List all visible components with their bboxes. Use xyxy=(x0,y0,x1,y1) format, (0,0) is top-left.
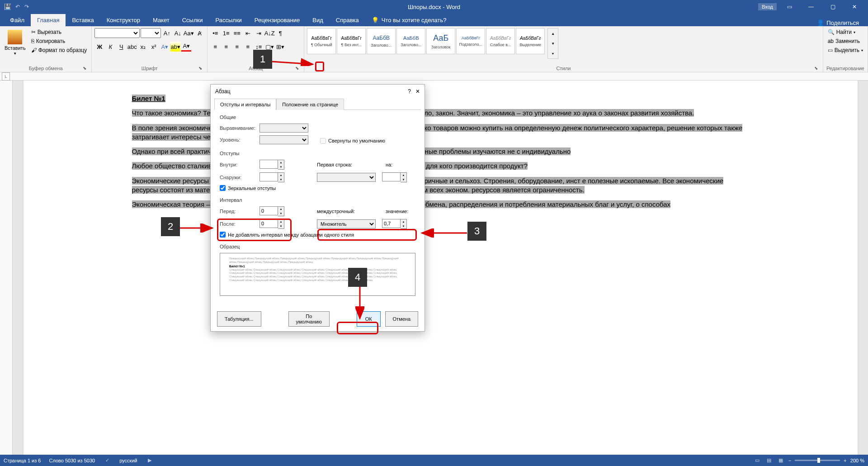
linespacing-select[interactable]: Множитель xyxy=(317,219,376,228)
borders-button[interactable]: ⊞▾ xyxy=(275,42,285,52)
numbering-button[interactable]: 1≡ xyxy=(221,28,231,38)
style-normal[interactable]: АаБбВвГг¶ Обычный xyxy=(307,28,336,54)
grow-font-button[interactable]: A↑ xyxy=(162,28,172,38)
outside-input[interactable] xyxy=(259,172,278,181)
at-input[interactable] xyxy=(382,219,401,228)
zoom-out-icon[interactable]: − xyxy=(788,458,791,463)
zoom-slider[interactable] xyxy=(795,460,840,461)
spin-down-icon[interactable]: ▼ xyxy=(278,224,284,228)
strike-button[interactable]: abc xyxy=(127,42,137,52)
bold-button[interactable]: Ж xyxy=(94,42,104,52)
tabs-button[interactable]: Табуляция... xyxy=(217,311,261,327)
tab-references[interactable]: Ссылки xyxy=(176,14,209,26)
font-launcher-icon[interactable]: ⬊ xyxy=(197,65,203,71)
zoom-in-icon[interactable]: + xyxy=(844,458,846,463)
align-left-button[interactable]: ≡ xyxy=(210,42,220,52)
style-heading1[interactable]: АаБбВЗаголово... xyxy=(367,28,396,54)
text-effects-button[interactable]: A▾ xyxy=(160,42,170,52)
nospace-check[interactable]: Не добавлять интервал между абзацами одн… xyxy=(220,232,415,238)
nospace-checkbox[interactable] xyxy=(220,232,226,238)
styles-more-icon[interactable]: ▾ xyxy=(548,48,558,58)
ruler-horizontal[interactable]: L xyxy=(0,72,868,81)
subscript-button[interactable]: x₂ xyxy=(138,42,148,52)
shrink-font-button[interactable]: A↓ xyxy=(173,28,183,38)
after-input[interactable] xyxy=(259,219,278,228)
macro-icon[interactable]: ▶ xyxy=(146,456,154,465)
dialog-tab-position[interactable]: Положение на странице xyxy=(276,99,344,110)
highlight-button[interactable]: ab▾ xyxy=(170,42,180,52)
status-words[interactable]: Слово 5030 из 5030 xyxy=(49,458,95,463)
spellcheck-icon[interactable]: ✓ xyxy=(103,456,111,465)
spin-up-icon[interactable]: ▲ xyxy=(278,219,284,224)
spin-down-icon[interactable]: ▼ xyxy=(278,165,284,169)
bullets-button[interactable]: •≡ xyxy=(210,28,220,38)
styles-down-icon[interactable]: ▼ xyxy=(548,38,558,48)
font-size-select[interactable] xyxy=(141,28,161,38)
spin-up-icon[interactable]: ▲ xyxy=(278,173,284,177)
document-scroll[interactable]: Билет №1 Что такое экономика? Термин я г… xyxy=(13,81,868,455)
show-marks-button[interactable]: ¶ xyxy=(275,28,285,38)
font-color-button[interactable]: A▾ xyxy=(181,42,191,52)
styles-up-icon[interactable]: ▲ xyxy=(548,29,558,38)
ruler-vertical[interactable] xyxy=(0,81,13,455)
collapsed-check[interactable]: Свернуты по умолчанию xyxy=(320,138,385,144)
align-center-button[interactable]: ≡ xyxy=(221,42,231,52)
tab-mailings[interactable]: Рассылки xyxy=(209,14,248,26)
tab-design[interactable]: Конструктор xyxy=(100,14,146,26)
sort-button[interactable]: A↓Z xyxy=(264,28,274,38)
style-subtitle[interactable]: АаБбВвГгПодзаголо... xyxy=(456,28,485,54)
clipboard-launcher-icon[interactable]: ⬊ xyxy=(81,65,88,71)
cut-button[interactable]: ✂Вырезать xyxy=(29,28,89,36)
spin-down-icon[interactable]: ▼ xyxy=(278,211,284,216)
undo-icon[interactable]: ↶ xyxy=(15,4,20,10)
font-family-select[interactable] xyxy=(94,28,140,38)
clear-formatting-button[interactable]: A̷ xyxy=(194,28,204,38)
style-title[interactable]: АаБЗаголовок xyxy=(426,28,455,54)
outline-select[interactable] xyxy=(259,135,308,144)
alignment-select[interactable] xyxy=(259,124,308,133)
tab-view[interactable]: Вид xyxy=(306,14,330,26)
style-nospace[interactable]: АаБбВвГг¶ Без инт... xyxy=(337,28,366,54)
tab-tellme[interactable]: 💡 Что вы хотите сделать? xyxy=(365,14,453,26)
justify-button[interactable]: ≡ xyxy=(243,42,253,52)
tab-layout[interactable]: Макет xyxy=(146,14,176,26)
tab-home[interactable]: Главная xyxy=(31,14,66,26)
replace-button[interactable]: abЗаменить xyxy=(826,37,865,45)
spin-down-icon[interactable]: ▼ xyxy=(278,177,284,182)
tab-selector-icon[interactable]: L xyxy=(2,72,10,81)
format-painter-button[interactable]: 🖌Формат по образцу xyxy=(29,46,89,54)
tab-insert[interactable]: Вставка xyxy=(66,14,100,26)
paste-button[interactable]: Вставить ▼ xyxy=(3,28,28,57)
style-heading2[interactable]: АаБбВЗаголово... xyxy=(396,28,425,54)
login-button[interactable]: Вход xyxy=(758,3,777,10)
minimize-icon[interactable]: — xyxy=(802,0,820,14)
increase-indent-button[interactable]: ⇥ xyxy=(254,28,264,38)
spin-down-icon[interactable]: ▼ xyxy=(401,224,406,228)
tab-help[interactable]: Справка xyxy=(330,14,365,26)
share-button[interactable]: 👤 Поделиться xyxy=(817,19,868,26)
zoom-level[interactable]: 200 % xyxy=(850,458,864,463)
change-case-button[interactable]: Aa▾ xyxy=(184,28,193,38)
italic-button[interactable]: К xyxy=(105,42,115,52)
superscript-button[interactable]: x² xyxy=(149,42,159,52)
tab-review[interactable]: Рецензирование xyxy=(248,14,306,26)
maximize-icon[interactable]: ▢ xyxy=(824,0,842,14)
style-subtle[interactable]: АаБбВвГгСлабое в... xyxy=(486,28,515,54)
help-icon[interactable]: ? xyxy=(408,88,411,95)
dialog-tab-indents[interactable]: Отступы и интервалы xyxy=(214,99,276,110)
spin-down-icon[interactable]: ▼ xyxy=(401,177,406,182)
redo-icon[interactable]: ↷ xyxy=(24,4,29,10)
spin-up-icon[interactable]: ▲ xyxy=(401,219,406,224)
status-page[interactable]: Страница 1 из 6 xyxy=(4,458,41,463)
view-web-icon[interactable]: ▦ xyxy=(777,456,785,465)
tab-file[interactable]: Файл xyxy=(4,14,31,26)
decrease-indent-button[interactable]: ⇤ xyxy=(243,28,253,38)
find-button[interactable]: 🔍Найти▾ xyxy=(826,28,865,36)
styles-launcher-icon[interactable]: ⬊ xyxy=(813,65,819,71)
spin-up-icon[interactable]: ▲ xyxy=(278,207,284,211)
multilevel-button[interactable]: ≡≡ xyxy=(232,28,242,38)
spin-up-icon[interactable]: ▲ xyxy=(278,160,284,165)
select-button[interactable]: ▭Выделить▾ xyxy=(826,46,865,54)
mirror-checkbox[interactable] xyxy=(220,185,226,191)
spin-up-icon[interactable]: ▲ xyxy=(401,173,406,177)
